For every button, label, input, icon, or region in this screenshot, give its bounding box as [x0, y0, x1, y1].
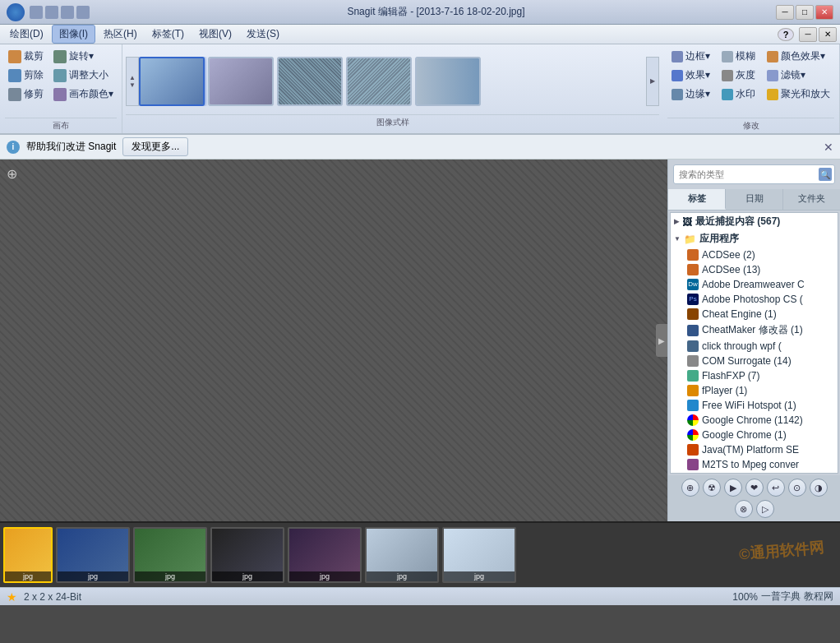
- thumb-7[interactable]: jpg: [442, 527, 516, 583]
- tab-filetype[interactable]: 文件夹: [783, 189, 840, 210]
- panel-btn-1[interactable]: ⊕: [681, 479, 699, 497]
- tree-item-cheatmaker[interactable]: CheatMaker 修改器 (1): [671, 322, 838, 339]
- menu-view[interactable]: 视图(V): [192, 25, 238, 43]
- tree-item-com-surrogate[interactable]: COM Surrogate (14): [671, 354, 838, 368]
- info-bar: i 帮助我们改进 Snagit 发现更多... ✕: [0, 135, 840, 160]
- menu-image[interactable]: 图像(I): [52, 25, 95, 44]
- menu-bar: 绘图(D) 图像(I) 热区(H) 标签(T) 视图(V) 发送(S) ? ─ …: [0, 25, 840, 44]
- thumb-1[interactable]: jpg: [3, 527, 53, 583]
- help-button[interactable]: ?: [778, 28, 794, 41]
- resize-tool[interactable]: 调整大小: [50, 67, 112, 84]
- search-button[interactable]: 🔍: [819, 168, 832, 181]
- window-controls: ─ □ ✕: [776, 5, 833, 20]
- canvas-area[interactable]: ⊕ ▶: [0, 160, 667, 521]
- tree-item-chrome1[interactable]: Google Chrome (1142): [671, 413, 838, 428]
- redo-icon[interactable]: [61, 6, 74, 19]
- maximize-button[interactable]: □: [796, 5, 814, 20]
- filter-btn[interactable]: 滤镜▾: [763, 67, 810, 84]
- tree-item-java[interactable]: Java(TM) Platform SE: [671, 442, 838, 457]
- discover-button[interactable]: 发现更多...: [122, 137, 188, 156]
- menu-tags[interactable]: 标签(T): [145, 25, 191, 43]
- blur-btn[interactable]: 模糊: [718, 48, 759, 65]
- save-icon[interactable]: [30, 6, 43, 19]
- panel-btn-2[interactable]: ☢: [703, 479, 721, 497]
- ribbon-styles-section: ▲▼ ▶ 图像式样: [122, 44, 662, 133]
- tree-item-adobe-ps[interactable]: Ps Adobe Photoshop CS (: [671, 292, 838, 307]
- coloreff-btn[interactable]: 颜色效果▾: [763, 48, 829, 65]
- watermark-btn[interactable]: 水印: [718, 86, 759, 103]
- tree-item-cheat-engine[interactable]: Cheat Engine (1): [671, 307, 838, 322]
- tree-item-apps[interactable]: ▼ 📁 应用程序: [671, 230, 838, 247]
- panel-btn-6[interactable]: ⊙: [788, 479, 806, 497]
- styles-scroll-down[interactable]: ▶: [646, 57, 659, 106]
- styles-list: [139, 57, 646, 106]
- edge-btn[interactable]: 边缘▾: [667, 86, 714, 103]
- close-button[interactable]: ✕: [815, 5, 833, 20]
- tree-item-chrome2[interactable]: Google Chrome (1): [671, 428, 838, 442]
- tree-item-acdsee2[interactable]: ACDSee (2): [671, 247, 838, 262]
- effect-btn[interactable]: 效果▾: [667, 67, 714, 84]
- tree-item-flashfxp[interactable]: FlashFXP (7): [671, 368, 838, 383]
- spotlight-btn[interactable]: 聚光和放大: [763, 86, 834, 103]
- scissors-icon: [8, 69, 21, 82]
- style-thumb-4[interactable]: [346, 57, 412, 106]
- tree-icon-java: [687, 444, 699, 456]
- fix-icon: [8, 88, 21, 101]
- effect-icon: [672, 70, 683, 81]
- thumb-2[interactable]: jpg: [56, 527, 130, 583]
- undo-icon[interactable]: [45, 6, 58, 19]
- panel-close-btn[interactable]: ✕: [819, 27, 837, 42]
- rotate-tool[interactable]: 旋转▾: [50, 48, 97, 65]
- styles-label: 图像式样: [126, 114, 659, 130]
- panel-btn-7[interactable]: ◑: [810, 479, 828, 497]
- main-layout: ⊕ ▶ 🔍 标签 日期 文件夹 ▶ 🖼 最近捕捉内容 (567) ▼ 📁 应用程…: [0, 160, 840, 521]
- modify-label: 修改: [667, 118, 834, 133]
- cut-tool[interactable]: 剪除: [5, 67, 47, 84]
- style-thumb-3[interactable]: [277, 57, 343, 106]
- menu-drawing[interactable]: 绘图(D): [3, 25, 50, 43]
- image-size-info: 2 x 2 x 24-Bit: [24, 591, 81, 603]
- thumb-3[interactable]: jpg: [133, 527, 207, 583]
- panel-minimize-btn[interactable]: ─: [799, 27, 817, 42]
- tree-item-msoffice[interactable]: W Microsoft Office Word: [671, 472, 838, 474]
- tree-item-click-through[interactable]: click through wpf (: [671, 339, 838, 354]
- more-icon[interactable]: [76, 6, 90, 19]
- trim-tool[interactable]: 修剪: [5, 86, 47, 103]
- grayscale-btn[interactable]: 灰度: [718, 67, 759, 84]
- canvas-move-icon: ⊕: [7, 166, 17, 182]
- tree-icon-m2ts: [687, 459, 699, 470]
- right-panel: 🔍 标签 日期 文件夹 ▶ 🖼 最近捕捉内容 (567) ▼ 📁 应用程序 AC…: [667, 160, 840, 521]
- style-thumb-5[interactable]: [415, 57, 481, 106]
- panel-btn-5[interactable]: ↩: [767, 479, 785, 497]
- style-thumb-2[interactable]: [208, 57, 274, 106]
- styles-scroll-up[interactable]: ▲▼: [126, 57, 139, 106]
- tab-date[interactable]: 日期: [726, 189, 783, 210]
- thumb-5[interactable]: jpg: [288, 527, 362, 583]
- panel-btn-8[interactable]: ⊗: [735, 500, 753, 518]
- tab-tags[interactable]: 标签: [668, 189, 726, 210]
- canvas-expand-handle[interactable]: ▶: [656, 324, 667, 357]
- thumb-4[interactable]: jpg: [210, 527, 284, 583]
- thumb-6[interactable]: jpg: [365, 527, 439, 583]
- info-close-button[interactable]: ✕: [824, 141, 833, 154]
- panel-btn-3[interactable]: ▶: [724, 479, 742, 497]
- tree-item-acdsee13[interactable]: ACDSee (13): [671, 262, 838, 277]
- canvas-color-tool[interactable]: 画布颜色▾: [50, 86, 117, 103]
- tree-item-adobe-dw[interactable]: Dw Adobe Dreamweaver C: [671, 277, 838, 292]
- tree-item-free-wifi[interactable]: Free WiFi Hotspot (1): [671, 398, 838, 413]
- panel-btn-4[interactable]: ❤: [745, 479, 764, 497]
- search-input[interactable]: [673, 164, 835, 184]
- tree-item-fplayer[interactable]: fPlayer (1): [671, 383, 838, 398]
- thumb-label-4: jpg: [212, 571, 283, 581]
- border-btn[interactable]: 边框▾: [667, 48, 714, 65]
- edge-icon: [672, 89, 683, 100]
- panel-btn-9[interactable]: ▷: [756, 500, 774, 518]
- tree-item-m2ts[interactable]: M2TS to Mpeg conver: [671, 457, 838, 472]
- style-thumb-1[interactable]: [139, 57, 205, 106]
- crop-tool[interactable]: 裁剪: [5, 48, 47, 65]
- tree-item-recent[interactable]: ▶ 🖼 最近捕捉内容 (567): [671, 213, 838, 230]
- tree-icon-fp: [687, 385, 699, 396]
- menu-send[interactable]: 发送(S): [240, 25, 286, 43]
- menu-hotzone[interactable]: 热区(H): [97, 25, 144, 43]
- minimize-button[interactable]: ─: [776, 5, 794, 20]
